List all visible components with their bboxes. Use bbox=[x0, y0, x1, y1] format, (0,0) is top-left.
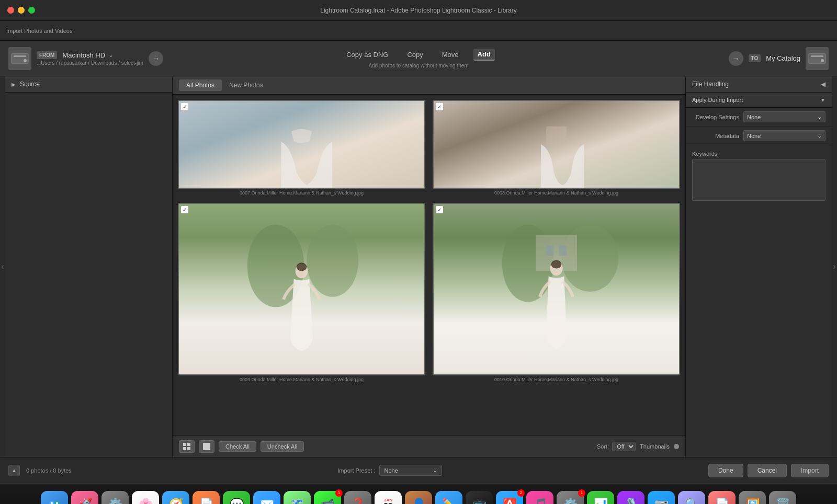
svg-rect-15 bbox=[546, 245, 554, 256]
list-item: ✓ 000 bbox=[178, 203, 425, 382]
main-toolbar: FROM Macintosh HD ⌄ ...Users / rupsasark… bbox=[0, 41, 837, 76]
dock-item-help[interactable]: ❓ bbox=[344, 491, 371, 505]
file-handling-header[interactable]: File Handling ◀ bbox=[686, 76, 832, 93]
toolbar-left: FROM Macintosh HD ⌄ ...Users / rupsasark… bbox=[8, 47, 282, 70]
sort-dropdown[interactable]: Off bbox=[612, 442, 636, 451]
maximize-button[interactable] bbox=[28, 7, 35, 14]
dest-forward-button[interactable]: → bbox=[729, 51, 743, 66]
mode-copy-dng-button[interactable]: Copy as DNG bbox=[342, 49, 392, 61]
source-info: FROM Macintosh HD ⌄ ...Users / rupsasark… bbox=[37, 51, 143, 66]
action-buttons: Done Cancel Import bbox=[708, 464, 829, 477]
source-forward-button[interactable]: → bbox=[149, 51, 163, 66]
svg-rect-24 bbox=[45, 496, 64, 505]
tab-new-photos[interactable]: New Photos bbox=[222, 79, 270, 91]
dock-item-launchpad[interactable]: 🚀 bbox=[71, 491, 98, 505]
photo-count: 0 photos / 0 bytes bbox=[26, 467, 72, 474]
dock-item-music[interactable]: 🎵 bbox=[526, 491, 553, 505]
dock-item-appletv[interactable]: 📺 bbox=[466, 491, 493, 505]
apply-during-import-header[interactable]: Apply During Import ▼ bbox=[686, 93, 832, 108]
dock-item-freeform[interactable]: ✏️ bbox=[435, 491, 462, 505]
source-dropdown-arrow[interactable]: ⌄ bbox=[108, 51, 114, 59]
svg-point-9 bbox=[307, 225, 358, 297]
dock-item-pages[interactable]: 📄 bbox=[193, 491, 220, 505]
dock: 🚀 ⚙️ 🌸 🧭 📄 💬 ✉️ 🗺️ 📹 1 ❓ JAN 29 👤 ✏️ 📺 🅰… bbox=[0, 483, 837, 504]
svg-rect-0 bbox=[12, 53, 28, 64]
thumbnails-label: Thumbnails bbox=[640, 443, 670, 450]
keywords-input[interactable] bbox=[692, 159, 825, 201]
preset-dropdown-icon: ⌄ bbox=[433, 467, 437, 474]
keywords-area: Keywords bbox=[692, 151, 825, 452]
cancel-button[interactable]: Cancel bbox=[748, 464, 787, 477]
dock-item-contacts[interactable]: 👤 bbox=[405, 491, 432, 505]
svg-rect-1 bbox=[14, 55, 26, 57]
import-button[interactable]: Import bbox=[791, 464, 829, 477]
dock-item-finder[interactable] bbox=[41, 491, 68, 505]
minimize-button[interactable] bbox=[18, 7, 25, 14]
svg-point-2 bbox=[24, 59, 27, 62]
dock-item-facetime[interactable]: 📹 1 bbox=[314, 491, 341, 505]
dock-item-trash[interactable]: 🗑️ bbox=[769, 491, 796, 505]
photo-thumbnail[interactable]: ✓ bbox=[433, 203, 680, 375]
dock-item-maps[interactable]: 🗺️ bbox=[284, 491, 311, 505]
close-button[interactable] bbox=[7, 7, 14, 14]
source-name: Macintosh HD bbox=[62, 51, 105, 59]
photo-tabs: All Photos New Photos bbox=[173, 76, 685, 95]
keywords-label: Keywords bbox=[692, 151, 825, 157]
facetime-badge: 1 bbox=[335, 489, 343, 497]
right-panel: File Handling ◀ Apply During Import ▼ De… bbox=[685, 76, 832, 457]
metadata-select[interactable]: None ⌄ bbox=[743, 130, 825, 141]
develop-settings-select[interactable]: None ⌄ bbox=[743, 111, 825, 122]
mode-copy-button[interactable]: Copy bbox=[403, 49, 427, 61]
grid-view-button[interactable] bbox=[179, 440, 195, 453]
mode-move-button[interactable]: Move bbox=[438, 49, 463, 61]
photo-thumbnail[interactable]: ✓ bbox=[433, 100, 680, 189]
dock-item-photos[interactable]: 🌸 bbox=[132, 491, 159, 505]
develop-settings-dropdown-icon: ⌄ bbox=[817, 113, 822, 120]
dock-item-numbers[interactable]: 📊 bbox=[587, 491, 614, 505]
dock-item-mail[interactable]: ✉️ bbox=[253, 491, 280, 505]
expand-button[interactable]: ▲ bbox=[8, 465, 20, 476]
dock-item-system-prefs[interactable]: ⚙️ bbox=[101, 491, 129, 505]
dock-item-finder2[interactable]: 🔍 bbox=[678, 491, 705, 505]
single-view-button[interactable] bbox=[199, 440, 214, 453]
metadata-dropdown-icon: ⌄ bbox=[817, 132, 822, 139]
center-bottom-toolbar: Check All Uncheck All Sort: Off Thumbnai… bbox=[173, 435, 685, 457]
photo-thumbnail[interactable]: ✓ bbox=[178, 100, 425, 189]
tab-all-photos[interactable]: All Photos bbox=[179, 79, 222, 91]
svg-point-5 bbox=[821, 59, 824, 62]
dock-item-safari[interactable]: 🧭 bbox=[162, 491, 189, 505]
check-all-button[interactable]: Check All bbox=[219, 441, 256, 452]
photo-label: 0007.Orinda.Miller Home.Mariann & Nathan… bbox=[178, 190, 425, 196]
right-side-handle[interactable]: › bbox=[832, 76, 837, 457]
content-area: ‹ ▶ Source All Photos New Photos ✓ bbox=[0, 76, 837, 457]
window-title: Lightroom Catalog.lrcat - Adobe Photosho… bbox=[320, 7, 517, 14]
mode-add-button[interactable]: Add bbox=[473, 49, 495, 61]
develop-settings-row: Develop Settings None ⌄ bbox=[686, 108, 832, 127]
done-button[interactable]: Done bbox=[708, 464, 743, 477]
preset-area: Import Preset : None ⌄ bbox=[78, 465, 702, 476]
source-panel-title: Source bbox=[20, 81, 40, 88]
left-side-handle[interactable]: ‹ bbox=[0, 76, 5, 457]
import-preset-select[interactable]: None ⌄ bbox=[379, 465, 442, 476]
list-item: ✓ 0008.Orinda.Miller Home.Mariann & Nath… bbox=[433, 100, 680, 196]
dock-item-messages[interactable]: 💬 bbox=[223, 491, 250, 505]
dock-item-system-settings[interactable]: ⚙️ 1 bbox=[557, 491, 584, 505]
dock-item-calendar[interactable]: JAN 29 bbox=[375, 491, 402, 505]
uncheck-all-button[interactable]: Uncheck All bbox=[261, 441, 304, 452]
dock-item-lightroom[interactable]: 📷 bbox=[648, 491, 675, 505]
dock-item-podcasts[interactable]: 🎙️ bbox=[617, 491, 644, 505]
dock-item-preview[interactable]: 🖼️ bbox=[739, 491, 766, 505]
dest-disk-icon bbox=[806, 47, 829, 70]
svg-rect-6 bbox=[251, 101, 353, 188]
sort-area: Sort: Off bbox=[597, 442, 636, 451]
dock-item-pdf[interactable]: 📄 bbox=[708, 491, 736, 505]
bottom-bar: ▲ 0 photos / 0 bytes Import Preset : Non… bbox=[0, 457, 837, 483]
dock-item-appstore[interactable]: 🅰️ 2 bbox=[496, 491, 523, 505]
source-panel-header[interactable]: ▶ Source bbox=[5, 76, 172, 93]
list-item: ✓ bbox=[433, 203, 680, 382]
photo-thumbnail[interactable]: ✓ bbox=[178, 203, 425, 375]
thumbnail-size-slider[interactable] bbox=[674, 444, 679, 449]
source-path: ...Users / rupsasarkar / Downloads / sel… bbox=[37, 60, 143, 66]
file-handling-arrow: ◀ bbox=[821, 81, 825, 88]
catalog-name: My Catalog bbox=[766, 54, 800, 62]
